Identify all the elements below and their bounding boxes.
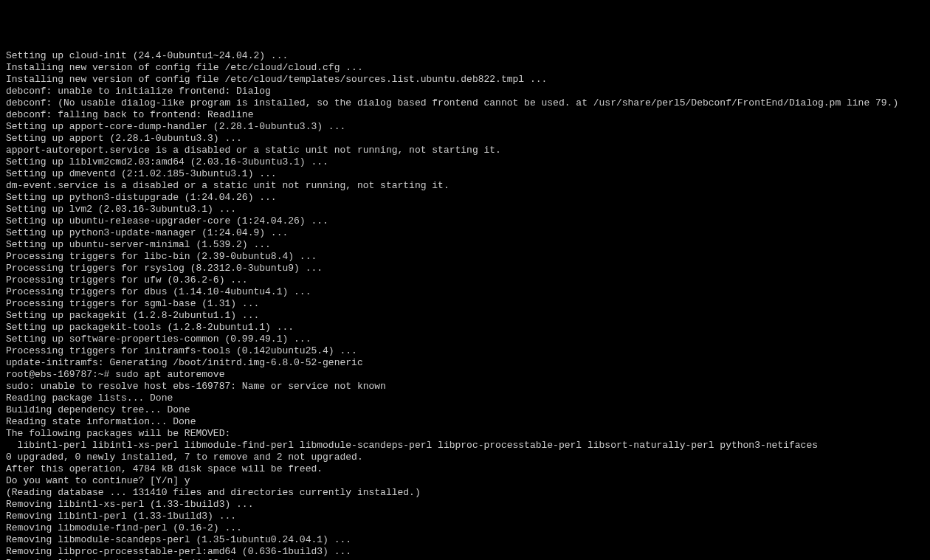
terminal-line: Setting up apport-core-dump-handler (2.2…: [6, 121, 924, 133]
terminal-line: Setting up python3-update-manager (1:24.…: [6, 227, 924, 239]
terminal-line: root@ebs-169787:~# sudo apt autoremove: [6, 369, 924, 381]
terminal-line: Processing triggers for sgml-base (1.31)…: [6, 298, 924, 310]
terminal-line: Setting up cloud-init (24.4-0ubuntu1~24.…: [6, 50, 924, 62]
terminal-line: Removing libmodule-scandeps-perl (1.35-1…: [6, 534, 924, 546]
terminal-line: Reading state information... Done: [6, 416, 924, 428]
terminal-line: The following packages will be REMOVED:: [6, 428, 924, 440]
terminal-line: Removing libintl-perl (1.33-1build3) ...: [6, 511, 924, 522]
terminal-line: Installing new version of config file /e…: [6, 74, 924, 86]
terminal-line: sudo: unable to resolve host ebs-169787:…: [6, 381, 924, 393]
terminal-line: Removing libintl-xs-perl (1.33-1build3) …: [6, 499, 924, 511]
terminal-line: Processing triggers for libc-bin (2.39-0…: [6, 251, 924, 263]
terminal-line: Setting up dmeventd (2:1.02.185-3ubuntu3…: [6, 168, 924, 180]
terminal-line: Processing triggers for ufw (0.36.2-6) .…: [6, 274, 924, 286]
terminal-line: Do you want to continue? [Y/n] y: [6, 475, 924, 487]
terminal-line: Setting up lvm2 (2.03.16-3ubuntu3.1) ...: [6, 204, 924, 215]
terminal-line: update-initramfs: Generating /boot/initr…: [6, 357, 924, 369]
terminal-output[interactable]: Setting up cloud-init (24.4-0ubuntu1~24.…: [6, 50, 924, 560]
terminal-line: Setting up python3-distupgrade (1:24.04.…: [6, 192, 924, 204]
terminal-line: Setting up software-properties-common (0…: [6, 333, 924, 345]
terminal-line: Reading package lists... Done: [6, 393, 924, 404]
terminal-line: libintl-perl libintl-xs-perl libmodule-f…: [6, 440, 924, 452]
terminal-line: apport-autoreport.service is a disabled …: [6, 145, 924, 156]
terminal-line: Installing new version of config file /e…: [6, 62, 924, 74]
terminal-line: Processing triggers for dbus (1.14.10-4u…: [6, 286, 924, 298]
terminal-line: Removing libproc-processtable-perl:amd64…: [6, 546, 924, 558]
terminal-line: Processing triggers for initramfs-tools …: [6, 345, 924, 357]
terminal-line: Processing triggers for rsyslog (8.2312.…: [6, 263, 924, 274]
terminal-line: Building dependency tree... Done: [6, 404, 924, 416]
terminal-line: Setting up packagekit (1.2.8-2ubuntu1.1)…: [6, 310, 924, 322]
terminal-line: Setting up ubuntu-release-upgrader-core …: [6, 215, 924, 227]
terminal-line: 0 upgraded, 0 newly installed, 7 to remo…: [6, 452, 924, 463]
terminal-line: Setting up packagekit-tools (1.2.8-2ubun…: [6, 322, 924, 333]
terminal-line: dm-event.service is a disabled or a stat…: [6, 180, 924, 192]
terminal-line: After this operation, 4784 kB disk space…: [6, 463, 924, 475]
terminal-line: Setting up ubuntu-server-minimal (1.539.…: [6, 239, 924, 251]
terminal-line: Setting up apport (2.28.1-0ubuntu3.3) ..…: [6, 133, 924, 145]
terminal-line: Removing libmodule-find-perl (0.16-2) ..…: [6, 522, 924, 534]
terminal-line: debconf: falling back to frontend: Readl…: [6, 109, 924, 121]
terminal-line: debconf: (No usable dialog-like program …: [6, 97, 924, 109]
terminal-line: (Reading database ... 131410 files and d…: [6, 487, 924, 499]
terminal-line: Setting up liblvm2cmd2.03:amd64 (2.03.16…: [6, 156, 924, 168]
terminal-line: debconf: unable to initialize frontend: …: [6, 86, 924, 97]
